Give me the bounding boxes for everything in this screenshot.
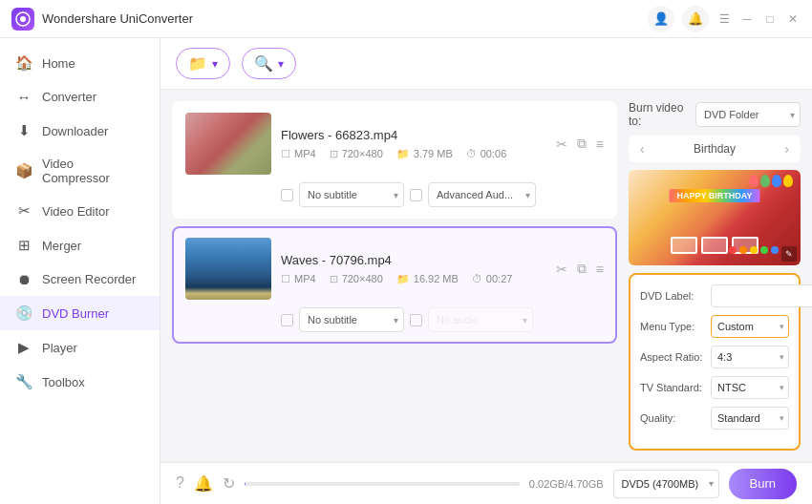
burn-target-label: Burn video to: xyxy=(629,101,688,128)
next-template-button[interactable]: › xyxy=(780,139,793,158)
dot-1[interactable] xyxy=(729,246,737,254)
add-photo-button[interactable]: 🔍 ▾ xyxy=(242,48,296,79)
format-icon-1: ☐ xyxy=(281,148,290,160)
copy-icon-1[interactable]: ⧉ xyxy=(577,136,587,152)
quality-text: Quality: xyxy=(640,412,705,424)
progress-fill xyxy=(245,482,246,486)
edit-template-button[interactable]: ✎ xyxy=(781,246,797,262)
sidebar-item-player[interactable]: ▶ Player xyxy=(0,330,160,365)
menu-icon[interactable]: ☰ xyxy=(716,11,732,27)
titlebar: Wondershare UniConverter 👤 🔔 ☰ ─ □ ✕ xyxy=(0,0,812,38)
copy-icon-2[interactable]: ⧉ xyxy=(577,261,587,277)
audio-checkbox-2[interactable] xyxy=(410,314,422,326)
cut-icon-1[interactable]: ✂ xyxy=(556,136,567,152)
home-icon: 🏠 xyxy=(15,54,32,72)
template-name: Birthday xyxy=(694,142,736,156)
tv-standard-text: TV Standard: xyxy=(640,382,705,393)
menu-type-select[interactable]: Custom None Default xyxy=(711,315,789,338)
add-video-button[interactable]: 📁 ▾ xyxy=(176,48,230,79)
maximize-button[interactable]: □ xyxy=(762,11,778,27)
disc-select[interactable]: DVD5 (4700MB) DVD9 (8500MB) xyxy=(613,470,719,498)
subtitle-dropdown-2[interactable]: No subtitle Add subtitle xyxy=(299,307,404,332)
sidebar-item-toolbox[interactable]: 🔧 Toolbox xyxy=(0,365,160,399)
disc-select-wrapper[interactable]: DVD5 (4700MB) DVD9 (8500MB) xyxy=(613,470,719,498)
sidebar-item-converter[interactable]: ↔ Converter xyxy=(0,80,160,114)
quality-select[interactable]: Standard High Low xyxy=(711,407,789,430)
dot-3[interactable] xyxy=(750,246,758,254)
close-button[interactable]: ✕ xyxy=(785,11,801,27)
dot-5[interactable] xyxy=(771,246,779,254)
dot-4[interactable] xyxy=(760,246,768,254)
dot-2[interactable] xyxy=(739,246,747,254)
add-video-chevron: ▾ xyxy=(212,57,218,71)
audio-select-2[interactable]: No audio xyxy=(428,307,533,332)
audio-dropdown-2[interactable]: No audio xyxy=(428,307,533,332)
sidebar-label-merger: Merger xyxy=(42,239,81,253)
sidebar-item-dvd[interactable]: 💿 DVD Burner xyxy=(0,296,160,330)
aspect-ratio-select[interactable]: 4:3 16:9 xyxy=(711,346,789,368)
cut-icon-2[interactable]: ✂ xyxy=(556,262,567,277)
toolbox-icon: 🔧 xyxy=(15,373,32,390)
sidebar-label-compressor: Video Compressor xyxy=(42,157,144,185)
sidebar-item-recorder[interactable]: ⏺ Screen Recorder xyxy=(0,262,160,296)
file-item-1: Flowers - 66823.mp4 ☐ MP4 ⊡ 720×480 xyxy=(172,101,617,219)
balloon-3 xyxy=(772,175,781,187)
app-title: Wondershare UniConverter xyxy=(42,11,648,26)
menu-type-dropdown[interactable]: Custom None Default xyxy=(711,315,789,338)
main-content: 📁 ▾ 🔍 ▾ Flowers - 66823. xyxy=(160,38,812,504)
burn-button[interactable]: Burn xyxy=(729,469,797,499)
menu-icon-1[interactable]: ≡ xyxy=(596,136,604,152)
bell-icon[interactable]: 🔔 xyxy=(682,6,709,32)
subtitle-select-2[interactable]: No subtitle Add subtitle xyxy=(299,307,404,332)
quality-dropdown[interactable]: Standard High Low xyxy=(711,407,789,430)
tv-standard-select[interactable]: NTSC PAL xyxy=(711,376,789,399)
quality-row: Quality: Standard High Low xyxy=(640,407,789,430)
sidebar-label-dvd: DVD Burner xyxy=(42,306,109,321)
refresh-icon[interactable]: ↻ xyxy=(223,474,235,493)
burn-target-dropdown[interactable]: DVD Folder DVD Disc ISO File xyxy=(695,102,801,127)
balloons-decoration xyxy=(749,175,793,187)
balloon-2 xyxy=(760,175,770,187)
notification-icon[interactable]: 🔔 xyxy=(194,474,213,493)
size-icon-2: 📁 xyxy=(396,273,410,285)
audio-select-1[interactable]: Advanced Aud... xyxy=(428,182,536,207)
sidebar-item-downloader[interactable]: ⬇ Downloader xyxy=(0,114,160,148)
prev-template-button[interactable]: ‹ xyxy=(636,139,649,158)
sidebar-label-player: Player xyxy=(42,341,77,355)
user-icon[interactable]: 👤 xyxy=(648,6,674,32)
sidebar-item-compressor[interactable]: 📦 Video Compressor xyxy=(0,148,160,194)
subtitle-select-1[interactable]: No subtitle Add subtitle xyxy=(299,182,404,207)
aspect-ratio-text: Aspect Ratio: xyxy=(640,351,705,363)
aspect-ratio-dropdown[interactable]: 4:3 16:9 xyxy=(711,346,789,368)
file-item-2: Waves - 70796.mp4 ☐ MP4 ⊡ 720×480 xyxy=(172,226,617,344)
subtitle-dropdown-1[interactable]: No subtitle Add subtitle xyxy=(299,182,404,207)
subtitle-checkbox-2[interactable] xyxy=(281,314,293,326)
minimize-button[interactable]: ─ xyxy=(739,11,755,27)
dvd-label-text: DVD Label: xyxy=(640,290,705,302)
file-size-2: 📁 16.92 MB xyxy=(396,273,459,285)
balloon-4 xyxy=(783,175,793,187)
burn-target-select[interactable]: DVD Folder DVD Disc ISO File xyxy=(695,102,801,127)
dvd-label-input[interactable] xyxy=(711,284,812,307)
audio-dropdown-1[interactable]: Advanced Aud... xyxy=(428,182,536,207)
downloader-icon: ⬇ xyxy=(15,122,32,139)
file-resolution-2: ⊡ 720×480 xyxy=(330,273,383,285)
sidebar-item-merger[interactable]: ⊞ Merger xyxy=(0,228,160,262)
toolbar: 📁 ▾ 🔍 ▾ xyxy=(160,38,812,90)
flowers-thumbnail xyxy=(185,113,271,175)
subtitle-checkbox-1[interactable] xyxy=(281,189,293,201)
progress-size-label: 0.02GB/4.70GB xyxy=(529,478,604,490)
template-nav: ‹ Birthday › xyxy=(629,136,801,162)
res-icon-2: ⊡ xyxy=(330,273,338,285)
file-thumb-2 xyxy=(185,238,271,300)
menu-icon-2[interactable]: ≡ xyxy=(596,262,604,277)
file-format-2: ☐ MP4 xyxy=(281,273,316,285)
tv-standard-dropdown[interactable]: NTSC PAL xyxy=(711,376,789,399)
sidebar-item-home[interactable]: 🏠 Home xyxy=(0,46,160,80)
size-icon-1: 📁 xyxy=(396,148,410,160)
audio-check-1 xyxy=(410,189,422,201)
waves-thumbnail xyxy=(185,238,271,300)
help-icon[interactable]: ? xyxy=(176,474,184,493)
sidebar-item-editor[interactable]: ✂ Video Editor xyxy=(0,194,160,228)
audio-checkbox-1[interactable] xyxy=(410,189,422,201)
